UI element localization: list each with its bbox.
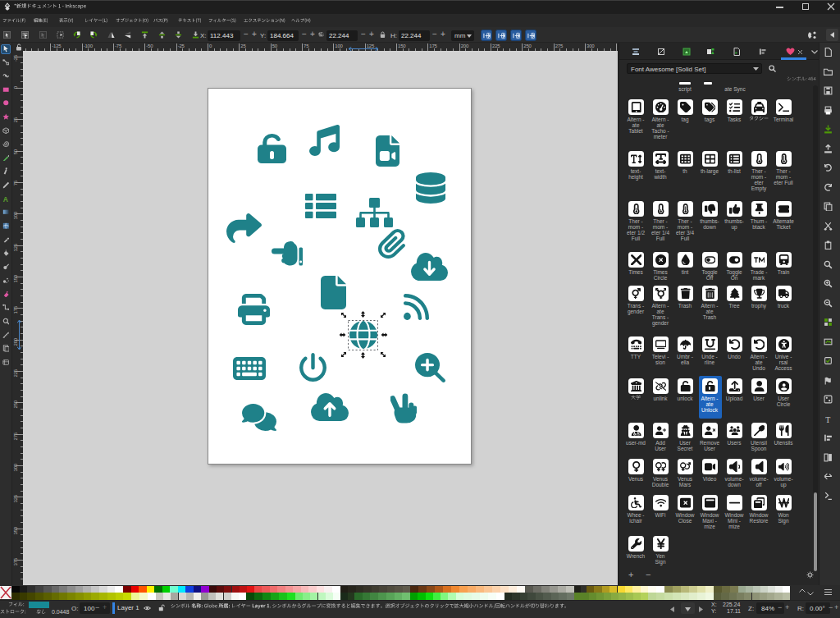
svg-text:T: T: [825, 414, 830, 423]
svg-text:A: A: [2, 195, 7, 203]
